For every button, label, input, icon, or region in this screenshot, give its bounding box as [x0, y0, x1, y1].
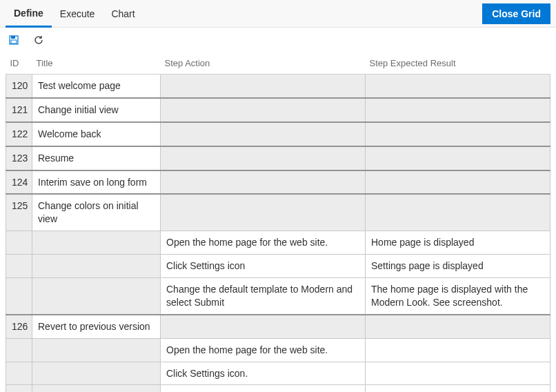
cell-result[interactable] [366, 194, 550, 231]
cell-id[interactable] [6, 278, 32, 315]
table-row[interactable]: 121Change initial view [6, 98, 550, 122]
cell-result[interactable] [366, 338, 550, 362]
cell-result[interactable] [366, 315, 550, 338]
cell-id[interactable]: 126 [6, 315, 32, 338]
cell-title[interactable] [32, 338, 161, 362]
cell-title[interactable]: Test welcome page [32, 75, 161, 98]
top-bar: Define Execute Chart Close Grid [0, 0, 556, 28]
cell-result[interactable] [366, 362, 550, 385]
cell-title[interactable] [32, 362, 161, 385]
table-row[interactable]: 125Change colors on initial view [6, 194, 550, 231]
table-row[interactable]: Change the default template to Modern an… [6, 278, 550, 315]
cell-id[interactable]: 121 [6, 98, 32, 122]
tab-list: Define Execute Chart [6, 0, 143, 27]
cell-title[interactable]: Resume [32, 146, 161, 170]
cell-action[interactable]: Click Settings icon [161, 255, 366, 278]
cell-id[interactable]: 124 [6, 170, 32, 195]
cell-title[interactable]: Revert to previous version [32, 315, 161, 338]
cell-title[interactable]: Change initial view [32, 98, 161, 122]
svg-rect-2 [11, 40, 17, 43]
cell-result[interactable] [366, 385, 550, 392]
table-row[interactable]: 123Resume [6, 146, 550, 170]
table-row[interactable]: 126Revert to previous version [6, 315, 550, 338]
cell-id[interactable] [6, 255, 32, 278]
close-grid-button[interactable]: Close Grid [482, 3, 550, 24]
table-row[interactable]: Open the home page for the web site. [6, 338, 550, 362]
toolbar [0, 28, 556, 52]
cell-result[interactable] [366, 98, 550, 122]
cell-title[interactable]: Welcome back [32, 122, 161, 146]
cell-action[interactable]: Select Use previous version [161, 385, 366, 392]
column-header-action[interactable]: Step Action [161, 52, 366, 75]
cell-result[interactable] [366, 122, 550, 146]
cell-title[interactable]: Interim save on long form [32, 170, 161, 195]
cell-id[interactable] [6, 362, 32, 385]
table-row[interactable]: 122Welcome back [6, 122, 550, 146]
svg-rect-1 [11, 36, 15, 39]
cell-action[interactable] [161, 315, 366, 338]
cell-action[interactable]: Change the default template to Modern an… [161, 278, 366, 315]
column-header-id[interactable]: ID [6, 52, 32, 75]
cell-id[interactable]: 123 [6, 146, 32, 170]
cell-id[interactable] [6, 231, 32, 255]
table-row[interactable]: 120Test welcome page [6, 75, 550, 98]
cell-title[interactable] [32, 278, 161, 315]
column-header-result[interactable]: Step Expected Result [366, 52, 550, 75]
tab-execute[interactable]: Execute [52, 0, 103, 27]
cell-action[interactable] [161, 98, 366, 122]
cell-result[interactable]: Settings page is displayed [366, 255, 550, 278]
cell-action[interactable]: Open the home page for the web site. [161, 231, 366, 255]
data-grid: ID Title Step Action Step Expected Resul… [6, 52, 550, 392]
cell-result[interactable] [366, 75, 550, 98]
cell-action[interactable] [161, 122, 366, 146]
table-row[interactable]: Select Use previous version [6, 385, 550, 392]
refresh-icon[interactable] [30, 32, 47, 48]
table-row[interactable]: 124Interim save on long form [6, 170, 550, 195]
cell-action[interactable] [161, 170, 366, 195]
cell-title[interactable]: Change colors on initial view [32, 194, 161, 231]
column-header-title[interactable]: Title [32, 52, 161, 75]
cell-action[interactable] [161, 75, 366, 98]
table-row[interactable]: Click Settings iconSettings page is disp… [6, 255, 550, 278]
tab-define[interactable]: Define [6, 1, 52, 28]
cell-action[interactable] [161, 194, 366, 231]
cell-result[interactable] [366, 146, 550, 170]
cell-id[interactable]: 125 [6, 194, 32, 231]
cell-title[interactable] [32, 385, 161, 392]
cell-action[interactable] [161, 146, 366, 170]
tab-chart[interactable]: Chart [103, 0, 143, 27]
cell-action[interactable]: Click Settings icon. [161, 362, 366, 385]
cell-id[interactable]: 120 [6, 75, 32, 98]
cell-result[interactable]: Home page is displayed [366, 231, 550, 255]
cell-action[interactable]: Open the home page for the web site. [161, 338, 366, 362]
table-row[interactable]: Click Settings icon. [6, 362, 550, 385]
cell-result[interactable] [366, 170, 550, 195]
cell-id[interactable]: 122 [6, 122, 32, 146]
table-row[interactable]: Open the home page for the web site.Home… [6, 231, 550, 255]
cell-id[interactable] [6, 385, 32, 392]
cell-id[interactable] [6, 338, 32, 362]
cell-result[interactable]: The home page is displayed with the Mode… [366, 278, 550, 315]
cell-title[interactable] [32, 231, 161, 255]
cell-title[interactable] [32, 255, 161, 278]
header-row: ID Title Step Action Step Expected Resul… [6, 52, 550, 75]
save-icon[interactable] [6, 32, 22, 48]
